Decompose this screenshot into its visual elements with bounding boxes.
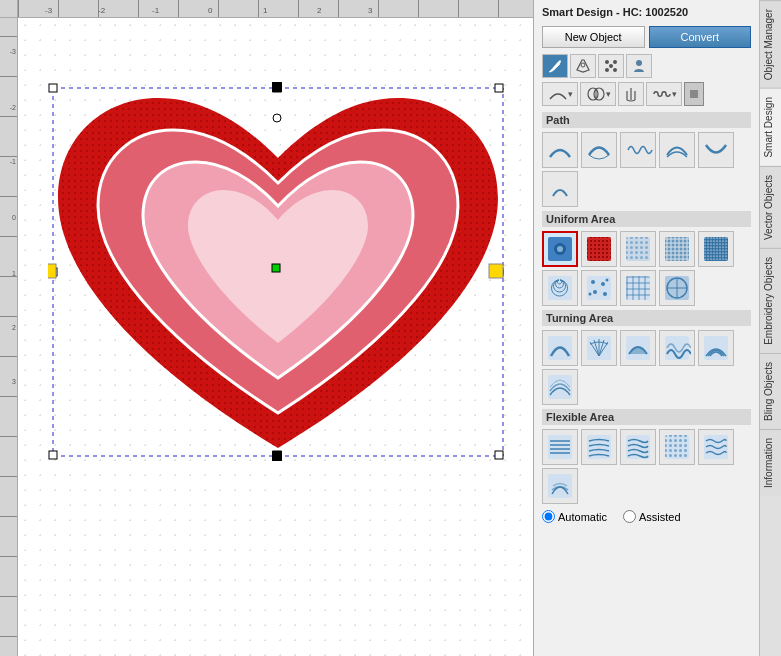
svg-point-46 <box>593 290 597 294</box>
svg-point-20 <box>605 68 609 72</box>
path-section-label: Path <box>542 112 751 128</box>
svg-point-22 <box>636 60 642 66</box>
path-item-5[interactable] <box>698 132 734 168</box>
turning-area-pattern-grid <box>542 330 751 405</box>
svg-rect-7 <box>49 451 57 459</box>
dots-tool-icon[interactable] <box>598 54 624 78</box>
sidebar-item-vector-objects[interactable]: Vector Objects <box>760 166 781 248</box>
brain-tool-icon[interactable]: ▾ <box>580 82 616 106</box>
svg-rect-37 <box>665 237 689 261</box>
svg-rect-68 <box>548 375 572 399</box>
uniform-area-item-9[interactable] <box>659 270 695 306</box>
path-item-1[interactable] <box>542 132 578 168</box>
sidebar-item-bling-objects[interactable]: Bling Objects <box>760 353 781 429</box>
curve-tool-icon[interactable]: ▾ <box>542 82 578 106</box>
uniform-area-item-7[interactable] <box>581 270 617 306</box>
flexible-area-item-4[interactable] <box>659 429 695 465</box>
svg-point-18 <box>609 64 613 68</box>
svg-rect-40 <box>704 237 728 261</box>
flexible-area-item-6[interactable] <box>542 468 578 504</box>
svg-rect-12 <box>272 451 282 461</box>
new-object-button[interactable]: New Object <box>542 26 645 48</box>
sidebar-item-object-manager[interactable]: Object Manager <box>760 0 781 88</box>
svg-point-19 <box>613 60 617 64</box>
convert-button[interactable]: Convert <box>649 26 752 48</box>
turning-area-item-5[interactable] <box>698 330 734 366</box>
turning-area-item-4[interactable] <box>659 330 695 366</box>
uniform-area-item-2[interactable] <box>581 231 617 267</box>
turning-area-item-1[interactable] <box>542 330 578 366</box>
assisted-radio-label[interactable]: Assisted <box>623 510 681 523</box>
square-tool-icon[interactable] <box>684 82 704 106</box>
svg-point-21 <box>613 68 617 72</box>
svg-rect-2 <box>49 84 57 92</box>
svg-point-47 <box>603 292 607 296</box>
path-item-6[interactable] <box>542 171 578 207</box>
sidebar-item-smart-design[interactable]: Smart Design <box>760 88 781 166</box>
turning-area-item-6[interactable] <box>542 369 578 405</box>
uniform-area-item-1[interactable] <box>542 231 578 267</box>
svg-point-48 <box>589 293 592 296</box>
svg-rect-69 <box>548 435 572 459</box>
svg-rect-11 <box>489 264 503 278</box>
svg-rect-77 <box>665 435 689 459</box>
uniform-area-item-4[interactable] <box>659 231 695 267</box>
svg-rect-9 <box>495 451 503 459</box>
flexible-area-pattern-grid <box>542 429 751 504</box>
svg-point-29 <box>557 246 563 252</box>
uniform-area-item-8[interactable] <box>620 270 656 306</box>
tools-row-2: ▾ ▾ ▾ <box>542 82 751 106</box>
automatic-radio-label[interactable]: Automatic <box>542 510 607 523</box>
path-item-2[interactable] <box>581 132 617 168</box>
uniform-area-item-5[interactable] <box>698 231 734 267</box>
flexible-area-item-3[interactable] <box>620 429 656 465</box>
side-tabs: Object Manager Smart Design Vector Objec… <box>759 0 781 656</box>
flexible-area-item-2[interactable] <box>581 429 617 465</box>
uniform-area-item-3[interactable] <box>620 231 656 267</box>
svg-rect-14 <box>272 264 280 272</box>
sidebar-item-information[interactable]: Information <box>760 429 781 496</box>
svg-rect-31 <box>587 237 611 261</box>
assisted-radio[interactable] <box>623 510 636 523</box>
panel-header: Smart Design - HC: 1002520 <box>542 6 751 21</box>
canvas-area[interactable]: -3 -2 -1 0 1 2 3 -3 -2 -1 0 1 2 3 <box>0 0 533 656</box>
canvas-work[interactable] <box>18 18 533 656</box>
hearts-svg <box>48 58 508 498</box>
svg-rect-67 <box>704 336 728 360</box>
panel-content: Smart Design - HC: 1002520 New Object Co… <box>534 0 759 656</box>
object-tool-icon[interactable] <box>626 54 652 78</box>
uniform-area-pattern-grid <box>542 231 751 306</box>
draw-tool-icon[interactable] <box>542 54 568 78</box>
uniform-area-section-label: Uniform Area <box>542 211 751 227</box>
svg-rect-26 <box>690 90 698 98</box>
tools-row-1 <box>542 54 751 78</box>
svg-rect-79 <box>704 435 728 459</box>
turning-area-item-3[interactable] <box>620 330 656 366</box>
path-item-3[interactable] <box>620 132 656 168</box>
svg-point-44 <box>591 280 595 284</box>
svg-rect-4 <box>495 84 503 92</box>
ruler-left: -3 -2 -1 0 1 2 3 <box>0 18 18 656</box>
svg-point-15 <box>273 114 281 122</box>
svg-rect-51 <box>626 276 650 300</box>
right-panel: Smart Design - HC: 1002520 New Object Co… <box>533 0 781 656</box>
btn-row: New Object Convert <box>542 26 751 48</box>
path-pattern-grid <box>542 132 751 207</box>
svg-point-49 <box>606 279 609 282</box>
path-item-4[interactable] <box>659 132 695 168</box>
chain-tool-icon[interactable]: ▾ <box>646 82 682 106</box>
turning-area-item-2[interactable] <box>581 330 617 366</box>
flexible-area-item-1[interactable] <box>542 429 578 465</box>
hand-tool-icon[interactable] <box>618 82 644 106</box>
svg-rect-34 <box>626 237 650 261</box>
svg-rect-13 <box>272 82 282 92</box>
svg-rect-10 <box>48 264 56 278</box>
sidebar-item-embroidery-objects[interactable]: Embroidery Objects <box>760 248 781 353</box>
flexible-area-item-5[interactable] <box>698 429 734 465</box>
needle-tool-icon[interactable] <box>570 54 596 78</box>
ruler-top: -3 -2 -1 0 1 2 3 <box>0 0 533 18</box>
radio-row: Automatic Assisted <box>542 510 751 523</box>
uniform-area-item-6[interactable] <box>542 270 578 306</box>
ruler-corner <box>0 0 18 18</box>
automatic-radio[interactable] <box>542 510 555 523</box>
